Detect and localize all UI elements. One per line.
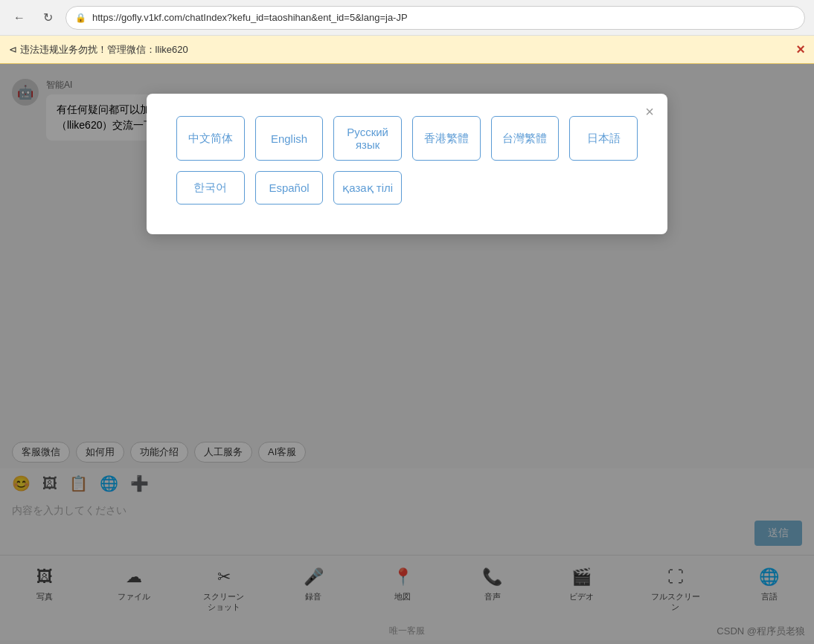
- lang-btn-korean[interactable]: 한국어: [176, 171, 245, 205]
- modal-close-button[interactable]: ×: [645, 104, 654, 119]
- lang-btn-english[interactable]: English: [255, 116, 324, 161]
- lang-btn-spanish[interactable]: Español: [255, 171, 324, 205]
- language-grid-row2: 한국어 Español қазақ тілі: [176, 171, 638, 205]
- url-text: https://gofly.v1kf.com/chatIndex?kefu_id…: [92, 12, 408, 23]
- alert-text: ⊲ 违法违规业务勿扰！管理微信：llike620: [9, 43, 188, 57]
- reload-button[interactable]: ↻: [37, 7, 58, 28]
- address-bar[interactable]: 🔒 https://gofly.v1kf.com/chatIndex?kefu_…: [65, 6, 805, 30]
- lang-btn-russian[interactable]: Русский язык: [333, 116, 402, 161]
- language-modal: × 中文简体 English Русский язык 香港繁體 台灣繁體 日本…: [147, 94, 667, 234]
- lang-btn-kazakh[interactable]: қазақ тілі: [333, 171, 402, 205]
- modal-overlay: × 中文简体 English Русский язык 香港繁體 台灣繁體 日本…: [0, 64, 814, 644]
- alert-banner: ⊲ 违法违规业务勿扰！管理微信：llike620 ×: [0, 36, 814, 64]
- lang-btn-hk[interactable]: 香港繁體: [412, 116, 481, 161]
- language-grid-row1: 中文简体 English Русский язык 香港繁體 台灣繁體 日本語: [176, 116, 638, 161]
- browser-chrome: ← ↻ 🔒 https://gofly.v1kf.com/chatIndex?k…: [0, 0, 814, 36]
- lang-placeholder-1: [412, 171, 481, 205]
- alert-close-button[interactable]: ×: [796, 41, 805, 58]
- lang-btn-chinese-simplified[interactable]: 中文简体: [176, 116, 245, 161]
- lang-btn-japanese[interactable]: 日本語: [569, 116, 638, 161]
- lock-icon: 🔒: [75, 13, 86, 23]
- lang-btn-taiwan[interactable]: 台灣繁體: [491, 116, 560, 161]
- chat-area: 🤖 智能AI 有任何疑问都可以加我的微信（llike620）交流一下哦 客服微信…: [0, 64, 814, 644]
- lang-placeholder-3: [569, 171, 638, 205]
- lang-placeholder-2: [491, 171, 560, 205]
- back-button[interactable]: ←: [9, 7, 30, 28]
